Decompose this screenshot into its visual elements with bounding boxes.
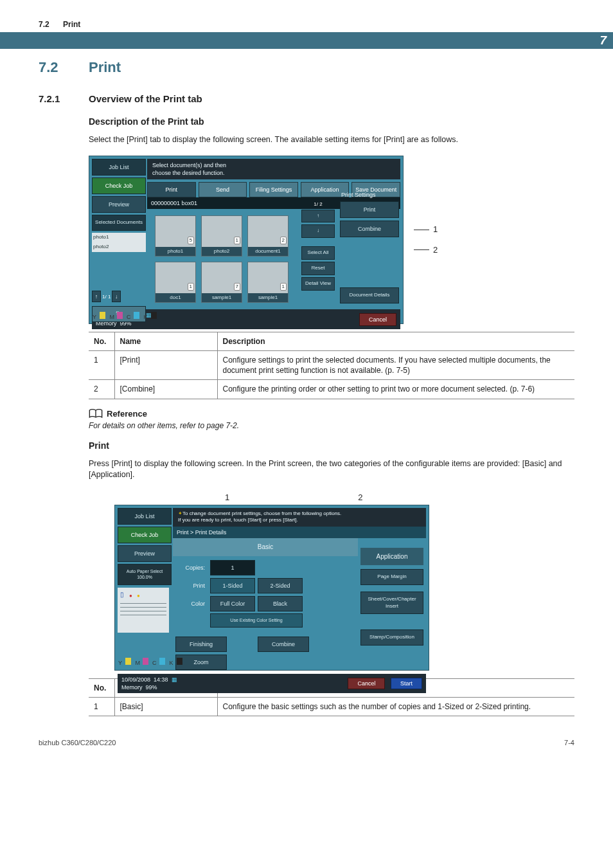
- scroll-down-icon[interactable]: ↓: [301, 224, 335, 238]
- page-count-icon: 1: [234, 237, 240, 245]
- thumb-name: doc1: [155, 293, 195, 303]
- runhead-title: Print: [63, 20, 80, 29]
- detail-view-button[interactable]: Detail View: [301, 277, 335, 291]
- page-margin-button[interactable]: Page Margin: [360, 569, 423, 585]
- preview-button[interactable]: Preview: [118, 545, 172, 562]
- th-desc: Description: [217, 332, 574, 350]
- table-print-tab: No. Name Description 1 [Print] Configure…: [89, 332, 574, 399]
- message-bar-2: ✦To change document print settings, choo…: [173, 508, 426, 527]
- copies-value[interactable]: 1: [210, 560, 255, 575]
- runhead-sec: 7.2: [39, 20, 49, 29]
- h1-title: Print: [89, 58, 121, 77]
- print-sided-label: Print: [175, 578, 208, 593]
- page-count-icon: 7: [234, 283, 240, 291]
- tab-basic[interactable]: Basic: [173, 538, 358, 556]
- book-icon: [89, 408, 103, 419]
- existing-color-button[interactable]: Use Existing Color Setting: [210, 613, 303, 627]
- tab-send[interactable]: Send: [199, 182, 247, 197]
- print-button[interactable]: Print: [340, 201, 399, 218]
- checkjob-button[interactable]: Check Job: [92, 177, 146, 194]
- tab-filing[interactable]: Filing Settings: [249, 182, 298, 197]
- two-sided-button[interactable]: 2-Sided: [258, 578, 303, 593]
- joblist-button[interactable]: Job List: [92, 159, 146, 176]
- h1-num: 7.2: [39, 58, 89, 77]
- heading-2: 7.2.1 Overview of the Print tab: [39, 93, 574, 105]
- selected-doc-2: photo2: [92, 242, 146, 252]
- zoom-button[interactable]: Zoom: [175, 655, 227, 670]
- checkjob-button[interactable]: Check Job: [118, 527, 172, 543]
- page-count-icon: 1: [188, 283, 194, 291]
- intro-text-1: Select the [Print] tab to display the fo…: [89, 134, 574, 145]
- page-count-icon: 1: [280, 283, 287, 291]
- cancel-button[interactable]: Cancel: [359, 313, 396, 326]
- full-color-button[interactable]: Full Color: [210, 596, 255, 611]
- document-details-button[interactable]: Document Details: [340, 287, 399, 303]
- thumb-pager: 1/ 2: [301, 201, 335, 208]
- model-name: bizhub C360/C280/C220: [39, 738, 116, 748]
- reference-heading: Reference: [107, 408, 147, 420]
- combine-button[interactable]: Combine: [340, 221, 399, 237]
- selected-doc-1: photo1: [92, 233, 146, 242]
- print-settings-label: Print Settings: [341, 191, 399, 199]
- heading-1: 7.2 Print: [39, 58, 574, 77]
- lcd-panel-1: Job List Check Job Preview Selected Docu…: [89, 156, 404, 324]
- td-no: 2: [89, 380, 114, 399]
- tab-application-2[interactable]: Application: [360, 548, 423, 566]
- intro-text-2: Press [Print] to display the following s…: [89, 458, 574, 480]
- chapter-number: 7: [600, 32, 607, 49]
- toner-indicator: Y M C K: [92, 312, 157, 321]
- status-datetime-2: 10/09/2008 14:38 ▦ Memory 99%: [121, 676, 177, 691]
- message-bar: Select document(s) and then choose the d…: [147, 159, 400, 179]
- copies-label: Copies:: [175, 560, 208, 575]
- page-up-icon[interactable]: ↑: [92, 291, 101, 302]
- doc-thumb[interactable]: 2document1: [247, 215, 289, 257]
- side-pager: 1/ 1: [102, 294, 111, 301]
- toner-indicator-2: Y M C K: [118, 658, 183, 667]
- joblist-button[interactable]: Job List: [118, 508, 172, 525]
- page-footer: bizhub C360/C280/C220 7-4: [39, 738, 574, 748]
- finishing-button[interactable]: Finishing: [175, 637, 227, 652]
- preview-button[interactable]: Preview: [92, 196, 146, 213]
- chapter-bar: 7: [0, 32, 613, 49]
- reset-button[interactable]: Reset: [301, 262, 335, 275]
- doc-thumb[interactable]: 1photo2: [201, 215, 242, 257]
- figure-2: Job List Check Job Preview Auto Paper Se…: [114, 505, 574, 671]
- td-desc: Configure the basic settings such as the…: [217, 697, 574, 716]
- page-down-icon[interactable]: ↓: [112, 291, 121, 302]
- h2-num: 7.2.1: [39, 93, 89, 105]
- td-name: [Print]: [114, 351, 217, 380]
- black-button[interactable]: Black: [258, 596, 303, 611]
- td-name: [Combine]: [114, 380, 217, 399]
- sheet-cover-button[interactable]: Sheet/Cover/Chapter Insert: [360, 592, 423, 615]
- combine-button-2[interactable]: Combine: [258, 637, 309, 652]
- selected-docs-label: Selected Documents: [92, 215, 146, 231]
- td-no: 1: [89, 697, 114, 716]
- td-no: 1: [89, 351, 114, 380]
- page-count-icon: 2: [280, 237, 287, 245]
- th-no: No.: [89, 678, 114, 697]
- start-button[interactable]: Start: [391, 678, 422, 689]
- thumb-name: photo2: [202, 247, 242, 257]
- callout-2: 2: [433, 244, 438, 256]
- thumb-name: sample1: [202, 293, 242, 303]
- h2-title: Overview of the Print tab: [89, 93, 202, 105]
- tab-print[interactable]: Print: [147, 182, 196, 197]
- doc-thumb[interactable]: 1doc1: [155, 262, 196, 303]
- doc-thumb[interactable]: 1sample1: [247, 262, 289, 303]
- doc-thumb[interactable]: 5photo1: [155, 215, 196, 257]
- scroll-up-icon[interactable]: ↑: [301, 210, 335, 223]
- doc-thumb[interactable]: 7sample1: [201, 262, 242, 303]
- thumb-name: photo1: [155, 247, 195, 257]
- callout-top-1: 1: [225, 492, 229, 503]
- select-all-button[interactable]: Select All: [301, 246, 335, 260]
- callout-1: 1: [433, 224, 438, 235]
- figure-1: Job List Check Job Preview Selected Docu…: [89, 156, 574, 324]
- one-sided-button[interactable]: 1-Sided: [210, 578, 255, 593]
- stamp-composition-button[interactable]: Stamp/Composition: [360, 629, 423, 646]
- heading-3-print-tab: Description of the Print tab: [89, 116, 574, 128]
- reference-block: Reference For details on other items, re…: [89, 408, 574, 431]
- td-desc: Configure the printing order or other se…: [217, 380, 574, 399]
- cancel-button-2[interactable]: Cancel: [348, 678, 385, 689]
- lcd-panel-2: Job List Check Job Preview Auto Paper Se…: [114, 505, 429, 671]
- thumb-name: document1: [248, 247, 288, 257]
